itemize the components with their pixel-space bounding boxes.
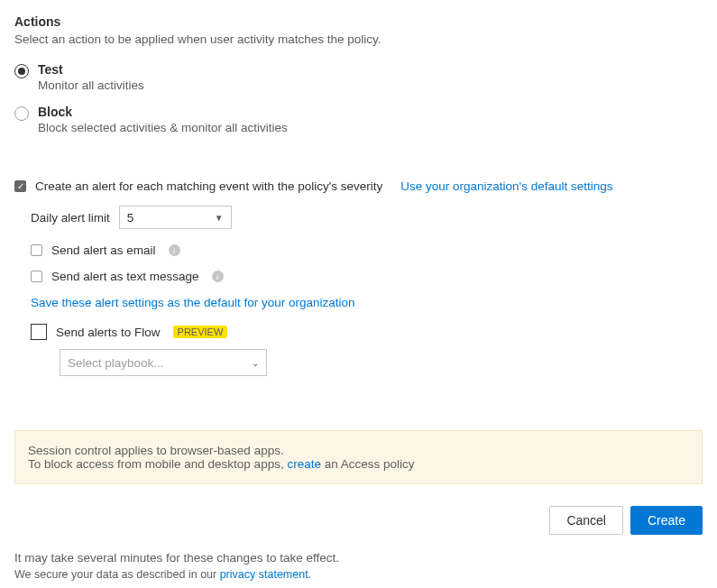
create-alert-checkbox[interactable]: ✓: [14, 180, 26, 192]
banner-line2: To block access from mobile and desktop …: [28, 457, 689, 471]
radio-sublabel: Block selected activities & monitor all …: [38, 121, 288, 134]
daily-limit-value: 5: [127, 211, 134, 225]
playbook-select[interactable]: Select playbook... ⌄: [60, 349, 267, 376]
info-banner: Session control applies to browser-based…: [14, 430, 703, 484]
cancel-button[interactable]: Cancel: [549, 506, 623, 535]
info-icon[interactable]: i: [212, 271, 224, 282]
create-alert-label: Create an alert for each matching event …: [35, 179, 382, 193]
radio-sublabel: Monitor all activities: [38, 78, 144, 92]
radio-icon[interactable]: [14, 106, 29, 121]
send-email-checkbox[interactable]: [31, 244, 42, 256]
create-policy-link[interactable]: create: [287, 457, 321, 471]
send-sms-checkbox[interactable]: [31, 271, 42, 282]
radio-option-test[interactable]: Test Monitor all activities: [14, 62, 703, 92]
preview-badge: PREVIEW: [173, 326, 228, 338]
footer-privacy: We secure your data as described in our …: [14, 568, 703, 581]
playbook-placeholder: Select playbook...: [68, 356, 164, 370]
chevron-down-icon: ⌄: [252, 358, 259, 368]
footer-note: It may take several minutes for these ch…: [14, 551, 703, 565]
radio-label: Block: [38, 105, 288, 119]
send-flow-checkbox[interactable]: [31, 324, 47, 340]
banner-line1: Session control applies to browser-based…: [28, 444, 689, 457]
daily-limit-label: Daily alert limit: [31, 211, 110, 225]
save-default-link[interactable]: Save these alert settings as the default…: [31, 296, 354, 309]
privacy-link[interactable]: privacy statement: [220, 568, 308, 581]
daily-limit-select[interactable]: 5 ▼: [119, 206, 232, 229]
radio-label: Test: [38, 62, 144, 77]
section-title: Actions: [14, 14, 703, 29]
send-flow-label: Send alerts to Flow: [56, 326, 161, 339]
info-icon[interactable]: i: [169, 244, 180, 256]
send-email-label: Send alert as email: [51, 243, 156, 257]
use-default-link[interactable]: Use your organization's default settings: [400, 179, 612, 193]
chevron-down-icon: ▼: [215, 213, 224, 223]
radio-icon[interactable]: [14, 64, 29, 78]
send-sms-label: Send alert as text message: [51, 270, 199, 283]
radio-option-block[interactable]: Block Block selected activities & monito…: [14, 105, 703, 134]
create-button[interactable]: Create: [630, 506, 703, 535]
section-description: Select an action to be applied when user…: [14, 32, 703, 46]
